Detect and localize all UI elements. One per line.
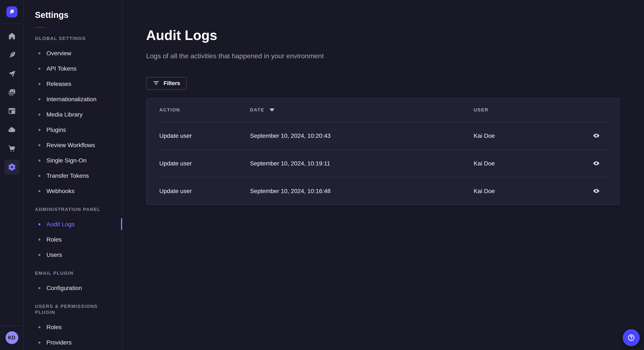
- sidebar-item-label: Roles: [46, 324, 62, 331]
- bullet-icon: [38, 175, 40, 177]
- cloud-icon[interactable]: [3, 121, 20, 138]
- section-label: EMAIL PLUGIN: [24, 270, 122, 276]
- section-administration-panel: ADMINISTRATION PANEL Audit Logs Roles Us…: [24, 206, 122, 262]
- paper-plane-icon[interactable]: [3, 65, 20, 82]
- cell-action: Update user: [159, 187, 250, 194]
- help-button[interactable]: [623, 329, 640, 346]
- gear-icon[interactable]: [3, 159, 20, 176]
- strapi-logo-icon: [8, 8, 15, 15]
- filters-button-label: Filters: [164, 80, 180, 87]
- sidebar-item-up-providers[interactable]: Providers: [24, 335, 122, 350]
- eye-icon: [593, 160, 600, 167]
- bullet-icon: [38, 113, 40, 116]
- user-avatar[interactable]: KD: [5, 331, 18, 344]
- question-mark-icon: [627, 334, 636, 342]
- strapi-admin-app: KD Settings GLOBAL SETTINGS Overview API…: [0, 0, 644, 350]
- sidebar-item-label: Plugins: [46, 126, 66, 133]
- main-content: Audit Logs Logs of all the activities th…: [122, 0, 644, 350]
- section-global-settings: GLOBAL SETTINGS Overview API Tokens Rele…: [24, 35, 122, 199]
- table-row[interactable]: Update user September 10, 2024, 10:16:48…: [146, 177, 619, 204]
- sidebar-item-label: Overview: [46, 50, 71, 57]
- table-row[interactable]: Update user September 10, 2024, 10:19:11…: [146, 150, 619, 177]
- sidebar-item-label: Releases: [46, 80, 71, 87]
- cell-date: September 10, 2024, 10:20:43: [250, 132, 474, 139]
- sidebar-item-label: Transfer Tokens: [46, 172, 89, 179]
- sidebar-item-media-library[interactable]: Media Library: [24, 107, 122, 122]
- section-users-permissions-plugin: USERS & PERMISSIONS PLUGIN Roles Provide…: [24, 303, 122, 350]
- sidebar-item-audit-logs[interactable]: Audit Logs: [24, 216, 122, 232]
- settings-sidebar: Settings GLOBAL SETTINGS Overview API To…: [24, 0, 122, 350]
- images-icon[interactable]: [3, 84, 20, 101]
- sidebar-item-label: Users: [46, 251, 62, 258]
- section-label: ADMINISTRATION PANEL: [24, 206, 122, 212]
- sidebar-item-admin-roles[interactable]: Roles: [24, 232, 122, 247]
- sidebar-item-review-workflows[interactable]: Review Workflows: [24, 137, 122, 153]
- filters-button[interactable]: Filters: [146, 77, 186, 90]
- sidebar-item-label: Media Library: [46, 111, 83, 118]
- layout-icon[interactable]: [3, 103, 20, 120]
- bullet-icon: [38, 159, 40, 161]
- title-divider: [35, 27, 45, 28]
- icon-sidebar: KD: [0, 0, 24, 350]
- sidebar-item-releases[interactable]: Releases: [24, 76, 122, 91]
- cart-icon[interactable]: [3, 140, 20, 157]
- view-log-button[interactable]: [591, 186, 602, 196]
- bullet-icon: [38, 144, 40, 146]
- table-row[interactable]: Update user September 10, 2024, 10:20:43…: [146, 122, 619, 149]
- feather-icon[interactable]: [3, 46, 20, 63]
- sidebar-item-label: API Tokens: [46, 65, 76, 72]
- cell-date: September 10, 2024, 10:19:11: [250, 160, 474, 167]
- bullet-icon: [38, 129, 40, 131]
- column-header-date[interactable]: DATE: [250, 107, 474, 113]
- bullet-icon: [38, 326, 40, 328]
- logo-section: [0, 0, 24, 24]
- sidebar-item-label: Configuration: [46, 285, 82, 291]
- sidebar-item-admin-users[interactable]: Users: [24, 247, 122, 262]
- bullet-icon: [38, 52, 40, 54]
- bullet-icon: [38, 83, 40, 85]
- cell-action: Update user: [159, 160, 250, 167]
- sidebar-item-single-sign-on[interactable]: Single Sign-On: [24, 153, 122, 168]
- sidebar-item-up-roles[interactable]: Roles: [24, 319, 122, 335]
- profile-section: KD: [0, 326, 24, 350]
- column-header-user: USER: [474, 107, 588, 113]
- cell-action: Update user: [159, 132, 250, 139]
- bullet-icon: [38, 287, 40, 289]
- table-header-row: ACTION DATE USER: [146, 98, 619, 122]
- sidebar-item-label: Internationalization: [46, 96, 96, 103]
- sidebar-item-api-tokens[interactable]: API Tokens: [24, 61, 122, 76]
- sidebar-item-webhooks[interactable]: Webhooks: [24, 183, 122, 199]
- sidebar-item-label: Single Sign-On: [46, 157, 86, 164]
- view-log-button[interactable]: [591, 158, 602, 169]
- sidebar-item-internationalization[interactable]: Internationalization: [24, 91, 122, 107]
- bullet-icon: [38, 67, 40, 70]
- sidebar-item-label: Review Workflows: [46, 142, 95, 149]
- cell-date: September 10, 2024, 10:16:48: [250, 187, 474, 194]
- sidebar-title: Settings: [24, 10, 122, 20]
- sort-descending-icon: [270, 108, 274, 111]
- bullet-icon: [38, 238, 40, 240]
- sidebar-item-plugins[interactable]: Plugins: [24, 122, 122, 137]
- nav-icon-list: [3, 24, 20, 176]
- bullet-icon: [38, 254, 40, 256]
- eye-icon: [593, 187, 600, 194]
- column-header-date-label: DATE: [250, 107, 264, 113]
- sidebar-item-transfer-tokens[interactable]: Transfer Tokens: [24, 168, 122, 183]
- page-subtitle: Logs of all the activities that happened…: [146, 52, 644, 60]
- view-log-button[interactable]: [591, 131, 602, 141]
- bullet-icon: [38, 223, 40, 225]
- eye-icon: [593, 132, 600, 139]
- sidebar-item-overview[interactable]: Overview: [24, 45, 122, 61]
- sidebar-item-label: Providers: [46, 339, 72, 346]
- bullet-icon: [38, 98, 40, 100]
- strapi-logo[interactable]: [6, 6, 17, 17]
- section-email-plugin: EMAIL PLUGIN Configuration: [24, 270, 122, 296]
- home-icon[interactable]: [3, 28, 20, 45]
- sidebar-item-label: Roles: [46, 236, 62, 243]
- sidebar-item-email-configuration[interactable]: Configuration: [24, 280, 122, 296]
- cell-user: Kai Doe: [474, 132, 588, 139]
- cell-user: Kai Doe: [474, 187, 588, 194]
- filter-icon: [152, 80, 160, 87]
- column-header-action: ACTION: [159, 107, 250, 113]
- section-label: USERS & PERMISSIONS PLUGIN: [24, 303, 122, 315]
